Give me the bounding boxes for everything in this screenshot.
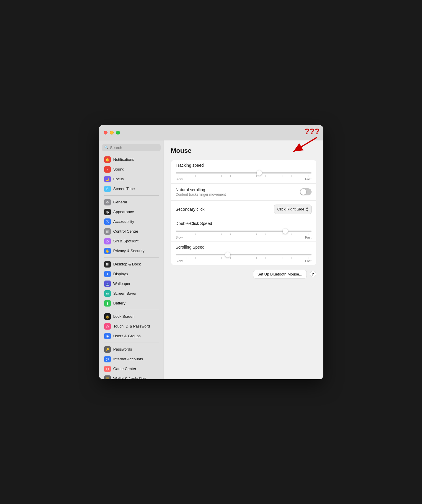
sidebar-item-siri[interactable]: ◎Siri & Spotlight: [101, 236, 162, 246]
search-icon: 🔍: [104, 145, 109, 150]
setting-row-scrolling-speed: Scrolling SpeedSlowFast: [171, 242, 316, 265]
tracking-speed-fast-label: Fast: [305, 177, 311, 181]
users-groups-icon: ◉: [104, 333, 111, 339]
settings-card: Tracking speedSlowFastNatural scrollingC…: [171, 160, 316, 265]
internet-accounts-label: Internet Accounts: [113, 357, 143, 361]
screen-time-label: Screen Time: [113, 187, 135, 191]
sidebar-item-displays[interactable]: ✦Displays: [101, 269, 162, 279]
sidebar-item-internet-accounts[interactable]: @Internet Accounts: [101, 354, 162, 364]
sidebar-item-lock-screen[interactable]: 🔒Lock Screen: [101, 312, 162, 321]
scrolling-speed-slider[interactable]: [176, 254, 312, 255]
battery-icon: ▮: [104, 300, 111, 307]
screen-saver-label: Screen Saver: [113, 291, 137, 296]
wallpaper-icon: 🗻: [104, 281, 111, 287]
scrolling-speed-slider-container: SlowFast: [176, 251, 312, 263]
control-center-label: Control Center: [113, 229, 139, 234]
game-center-icon: ⬡: [104, 366, 111, 372]
tracking-speed-slow-label: Slow: [176, 177, 183, 181]
sidebar-item-focus[interactable]: 🌙Focus: [101, 174, 162, 184]
siri-icon: ◎: [104, 238, 111, 244]
general-label: General: [113, 200, 127, 204]
page-title: Mouse: [171, 147, 316, 155]
desktop-dock-icon: ⊟: [104, 261, 111, 268]
secondary-click-select[interactable]: Click Right Side▲▼: [274, 205, 312, 214]
sidebar-item-screen-saver[interactable]: ▭Screen Saver: [101, 289, 162, 298]
lock-screen-icon: 🔒: [104, 313, 111, 320]
accessibility-icon: Ⓐ: [104, 218, 111, 225]
sidebar-item-game-center[interactable]: ⬡Game Center: [101, 364, 162, 374]
sidebar-item-sound[interactable]: ♪Sound: [101, 165, 162, 174]
battery-label: Battery: [113, 301, 126, 305]
sidebar-item-touch-id[interactable]: ◎Touch ID & Password: [101, 322, 162, 331]
secondary-click-select-value: Click Right Side: [277, 207, 304, 211]
secondary-click-label: Secondary click: [176, 207, 274, 212]
sidebar-item-screen-time[interactable]: ⏱Screen Time: [101, 184, 162, 194]
double-click-speed-fast-label: Fast: [305, 236, 311, 239]
internet-accounts-icon: @: [104, 356, 111, 362]
game-center-label: Game Center: [113, 367, 136, 371]
double-click-speed-slider[interactable]: [176, 231, 312, 232]
sidebar-item-notifications[interactable]: 🔔Notifications: [101, 155, 162, 164]
secondary-click-select-arrows: ▲▼: [306, 206, 309, 213]
natural-scrolling-toggle[interactable]: [300, 188, 312, 195]
notifications-icon: 🔔: [104, 156, 111, 163]
sidebar-item-accessibility[interactable]: ⒶAccessibility: [101, 217, 162, 226]
sidebar-group: 🔑Passwords@Internet Accounts⬡Game Center…: [99, 345, 164, 379]
double-click-speed-slow-label: Slow: [176, 236, 183, 239]
wallet-icon: 💳: [104, 375, 111, 379]
tracking-speed-labels: SlowFast: [176, 177, 312, 181]
tracking-speed-slider[interactable]: [176, 172, 312, 174]
wallet-label: Wallet & Apple Pay: [113, 376, 146, 379]
displays-label: Displays: [113, 272, 128, 276]
passwords-label: Passwords: [113, 347, 132, 351]
users-groups-label: Users & Groups: [113, 334, 141, 338]
sound-icon: ♪: [104, 166, 111, 173]
screen-saver-icon: ▭: [104, 290, 111, 297]
siri-label: Siri & Spotlight: [113, 239, 139, 243]
help-button[interactable]: ?: [310, 271, 316, 277]
sidebar-item-battery[interactable]: ▮Battery: [101, 299, 162, 308]
touch-id-label: Touch ID & Password: [113, 324, 150, 328]
sidebar-item-wallet[interactable]: 💳Wallet & Apple Pay: [101, 374, 162, 379]
setting-row-secondary-click: Secondary clickClick Right Side▲▼: [171, 201, 316, 218]
desktop-dock-label: Desktop & Dock: [113, 262, 141, 266]
touch-id-icon: ◎: [104, 323, 111, 330]
sidebar-item-wallpaper[interactable]: 🗻Wallpaper: [101, 279, 162, 289]
sidebar-groups: 🔔Notifications♪Sound🌙Focus⏱Screen Time⚙G…: [99, 155, 164, 379]
scrolling-speed-labels: SlowFast: [176, 259, 312, 263]
sidebar-divider: [104, 343, 159, 343]
sidebar-item-desktop-dock[interactable]: ⊟Desktop & Dock: [101, 260, 162, 269]
passwords-icon: 🔑: [104, 346, 111, 353]
accessibility-label: Accessibility: [113, 219, 134, 224]
minimize-button[interactable]: [110, 131, 114, 134]
natural-scrolling-toggle-knob: [300, 189, 306, 195]
appearance-label: Appearance: [113, 210, 134, 214]
content-area: 🔍 🔔Notifications♪Sound🌙Focus⏱Screen Time…: [99, 140, 323, 379]
scrolling-speed-slow-label: Slow: [176, 259, 183, 263]
search-box[interactable]: 🔍: [102, 144, 161, 151]
sidebar-item-control-center[interactable]: ▥Control Center: [101, 227, 162, 236]
bluetooth-mouse-button[interactable]: Set Up Bluetooth Mouse...: [253, 270, 307, 278]
sidebar-item-appearance[interactable]: ◑Appearance: [101, 207, 162, 217]
focus-icon: 🌙: [104, 176, 111, 182]
close-button[interactable]: [104, 131, 107, 134]
main-panel: Mouse Tracking speedSlowFastNatural scro…: [164, 140, 323, 379]
sidebar-divider: [104, 195, 159, 196]
scrolling-speed-fast-label: Fast: [305, 259, 311, 263]
screen-time-icon: ⏱: [104, 186, 111, 192]
system-preferences-window: ??? 🔍 🔔Notifications♪Sound: [99, 125, 323, 379]
sidebar-item-users-groups[interactable]: ◉Users & Groups: [101, 331, 162, 341]
sidebar-item-general[interactable]: ⚙General: [101, 197, 162, 207]
maximize-button[interactable]: [116, 131, 120, 134]
sound-label: Sound: [113, 167, 125, 171]
setting-row-natural-scrolling: Natural scrollingContent tracks finger m…: [171, 184, 316, 201]
search-input[interactable]: [110, 145, 158, 150]
sidebar-group: 🔔Notifications♪Sound🌙Focus⏱Screen Time: [99, 155, 164, 194]
sidebar-group: ⚙General◑AppearanceⒶAccessibility▥Contro…: [99, 197, 164, 256]
setting-row-tracking-speed: Tracking speedSlowFast: [171, 160, 316, 184]
bottom-row: Set Up Bluetooth Mouse... ?: [171, 270, 316, 278]
sidebar-divider: [104, 257, 159, 258]
displays-icon: ✦: [104, 271, 111, 277]
sidebar-item-passwords[interactable]: 🔑Passwords: [101, 345, 162, 354]
sidebar-item-privacy[interactable]: ✋Privacy & Security: [101, 246, 162, 256]
